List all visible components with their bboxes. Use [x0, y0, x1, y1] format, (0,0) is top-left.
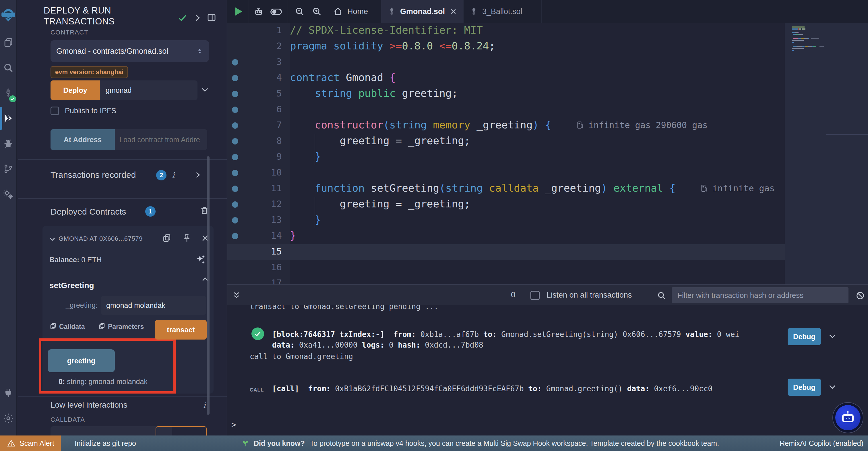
call-badge: CALL [250, 387, 264, 393]
code-line-6[interactable]: 6 [227, 102, 868, 118]
code-line-9[interactable]: 9 } [227, 149, 868, 165]
panel-scrollbar[interactable] [207, 156, 210, 415]
tx-log-entry[interactable]: [block:7646317 txIndex:-] from: 0xb1a...… [272, 329, 739, 350]
debug-button[interactable]: Debug [787, 328, 821, 345]
zoom-in-icon[interactable] [312, 6, 322, 17]
copy-parameters-icon[interactable] [98, 322, 105, 330]
transact-button[interactable]: transact [155, 320, 207, 340]
chevron-right-icon[interactable] [194, 171, 202, 179]
debug-button[interactable]: Debug [787, 378, 821, 396]
publish-ipfs-label: Publish to IPFS [65, 106, 116, 115]
code-line-13[interactable]: 13 } [227, 213, 868, 228]
at-address-input[interactable] [115, 129, 207, 150]
activity-search-button[interactable] [0, 55, 17, 80]
code-line-16[interactable]: 16 [227, 260, 868, 276]
chevron-down-icon[interactable] [828, 332, 837, 341]
breakpoint-dot-icon[interactable] [232, 201, 238, 208]
breakpoint-dot-icon[interactable] [232, 170, 238, 176]
breakpoint-dot-icon[interactable] [232, 122, 238, 129]
deploy-button[interactable]: Deploy [51, 80, 100, 100]
contract-select[interactable]: Gmonad - contracts/Gmonad.sol [51, 40, 209, 62]
page-title: DEPLOY & RUNTRANSACTIONS [43, 5, 181, 27]
low-level-calldata-input[interactable] [51, 426, 172, 435]
code-line-7[interactable]: 7 constructor(string memory _greeting) {… [227, 118, 868, 134]
listen-all-checkbox[interactable] [530, 291, 539, 300]
clear-ban-icon[interactable] [856, 291, 865, 301]
code-line-3[interactable]: 3 [227, 55, 868, 71]
chevron-down-icon[interactable] [48, 235, 56, 243]
code-editor[interactable]: 1// SPDX-License-Identifier: MIT2pragma … [227, 23, 868, 284]
code-line-1[interactable]: 1// SPDX-License-Identifier: MIT [227, 23, 868, 39]
publish-ipfs-checkbox[interactable] [51, 107, 59, 115]
code-line-5[interactable]: 5 string public greeting; [227, 86, 868, 102]
copy-calldata-icon[interactable] [50, 322, 57, 330]
activity-deploy-run-button[interactable] [0, 106, 17, 131]
code-line-12[interactable]: 12 greeting = _greeting; [227, 197, 868, 213]
code-line-11[interactable]: 11 function setGreeting(string calldata … [227, 181, 868, 197]
code-line-14[interactable]: 14} [227, 228, 868, 244]
breakpoint-dot-icon[interactable] [232, 138, 238, 144]
code-text: function setGreeting(string calldata _gr… [290, 182, 676, 194]
low-level-transact-button[interactable] [156, 426, 207, 435]
tab-gmonad-sol[interactable]: Gmonad.sol [381, 0, 464, 23]
toggle-switch-icon[interactable] [269, 6, 283, 17]
activity-file-explorer-button[interactable] [0, 30, 17, 55]
breakpoint-dot-icon[interactable] [232, 186, 238, 192]
code-line-8[interactable]: 8 greeting = _greeting; [227, 134, 868, 149]
remix-ide-window: DEPLOY & RUNTRANSACTIONS CONTRACT Gmonad… [0, 0, 868, 451]
remix-ai-assistant-button[interactable] [832, 402, 863, 433]
activity-plug-button[interactable] [0, 380, 17, 405]
chevron-down-icon[interactable] [200, 85, 210, 94]
terminal-filter-input[interactable] [672, 287, 848, 303]
ai-robot-icon[interactable] [253, 6, 264, 17]
activity-gears-play-button[interactable] [0, 181, 17, 207]
code-line-17[interactable]: 17 [227, 276, 868, 284]
minimap[interactable] [785, 23, 868, 284]
zoom-out-icon[interactable] [294, 6, 305, 17]
activity-git-branch-button[interactable] [0, 156, 17, 181]
contract-instance-label: GMONAD AT 0X606...67579 [59, 235, 157, 243]
breakpoint-dot-icon[interactable] [232, 59, 238, 65]
breakpoint-dot-icon[interactable] [232, 217, 238, 224]
git-init-button[interactable]: Initialize as git repo [74, 439, 136, 448]
code-text: } [290, 150, 321, 162]
pin-panel-columns-icon[interactable] [207, 12, 216, 22]
activity-remix-logo-button[interactable] [0, 0, 17, 30]
code-line-2[interactable]: 2pragma solidity >=0.8.0 <=0.8.24; [227, 39, 868, 55]
gears-play-icon [3, 189, 14, 200]
scam-alert-button[interactable]: Scam Alert [0, 435, 61, 451]
breakpoint-dot-icon[interactable] [232, 154, 238, 160]
run-script-play-icon[interactable] [236, 7, 242, 16]
copy-icon[interactable] [162, 233, 172, 243]
breakpoint-dot-icon[interactable] [232, 233, 238, 239]
tab-3-ballot-sol[interactable]: 3_Ballot.sol [463, 0, 529, 23]
sparkles-ai-icon[interactable] [194, 253, 207, 266]
search-icon[interactable] [657, 291, 666, 301]
activity-solidity-compiler-button[interactable] [0, 80, 17, 106]
scrollbar-handle[interactable] [826, 134, 868, 135]
info-icon[interactable]: i [172, 171, 175, 179]
greeting-call-button[interactable]: greeting [48, 349, 115, 372]
activity-gear-button[interactable] [0, 405, 17, 431]
terminal-prompt[interactable]: > [231, 420, 236, 429]
parameters-copy-label[interactable]: Parameters [108, 323, 144, 331]
chevron-right-icon[interactable] [193, 14, 202, 22]
breakpoint-dot-icon[interactable] [232, 91, 238, 97]
breakpoint-dot-icon[interactable] [232, 107, 238, 113]
tab-home[interactable]: Home [326, 0, 375, 23]
breakpoint-dot-icon[interactable] [232, 75, 238, 81]
pin-icon[interactable] [182, 233, 192, 243]
close-tab-icon[interactable] [450, 8, 457, 15]
info-icon[interactable]: i [203, 401, 206, 410]
constructor-arg-input[interactable] [100, 80, 197, 100]
chevron-down-icon[interactable] [828, 382, 837, 391]
activity-debugger-bug-button[interactable] [0, 131, 17, 156]
at-address-button[interactable]: At Address [51, 129, 115, 150]
greeting-param-input[interactable] [101, 296, 206, 315]
code-line-4[interactable]: 4contract Gmonad { [227, 71, 868, 86]
calldata-copy-label[interactable]: Calldata [59, 323, 85, 331]
call-log-entry[interactable]: [call] from: 0xB1aB62fdFC104512F594fCa0E… [272, 384, 712, 393]
code-line-15[interactable]: 15 [227, 244, 868, 260]
code-line-10[interactable]: 10 [227, 165, 868, 181]
expand-double-chevron-icon[interactable] [232, 291, 241, 300]
